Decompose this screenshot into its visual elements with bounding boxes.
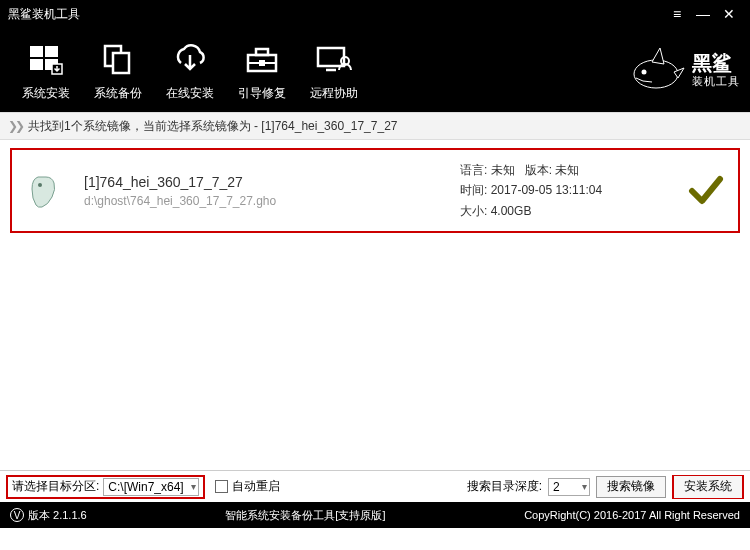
partition-group: 请选择目标分区: C:\[Win7_x64] bbox=[6, 475, 205, 499]
cloud-download-icon bbox=[154, 39, 226, 81]
footer: V 版本 2.1.1.6 智能系统安装备份工具[支持原版] CopyRight(… bbox=[0, 502, 750, 528]
svg-rect-10 bbox=[259, 60, 265, 66]
auto-restart-checkbox[interactable]: 自动重启 bbox=[215, 478, 280, 495]
image-item[interactable]: [1]764_hei_360_17_7_27 d:\ghost\764_hei_… bbox=[10, 148, 740, 233]
title-bar: 黑鲨装机工具 ≡ — ✕ bbox=[0, 0, 750, 28]
search-image-button[interactable]: 搜索镜像 bbox=[596, 476, 666, 498]
copy-icon bbox=[82, 39, 154, 81]
image-meta: 语言: 未知 版本: 未知 时间: 2017-09-05 13:11:04 大小… bbox=[460, 160, 670, 221]
depth-select[interactable]: 2 bbox=[548, 478, 590, 496]
brand-name: 黑鲨 bbox=[692, 52, 740, 74]
tool-label: 系统备份 bbox=[82, 85, 154, 102]
footer-center: 智能系统安装备份工具[支持原版] bbox=[87, 508, 524, 523]
svg-rect-8 bbox=[256, 49, 268, 55]
svg-rect-1 bbox=[45, 46, 58, 57]
tool-label: 远程协助 bbox=[298, 85, 370, 102]
image-main: [1]764_hei_360_17_7_27 d:\ghost\764_hei_… bbox=[84, 174, 442, 208]
remote-icon bbox=[298, 39, 370, 81]
image-title: [1]764_hei_360_17_7_27 bbox=[84, 174, 442, 190]
toolbar: 系统安装 系统备份 在线安装 引导修复 远程协助 黑鲨 装机工具 bbox=[0, 28, 750, 112]
version-label: 版本 bbox=[28, 508, 50, 523]
install-group: 安装系统 bbox=[672, 475, 744, 499]
version-number: 2.1.1.6 bbox=[53, 509, 87, 521]
tool-system-backup[interactable]: 系统备份 bbox=[82, 39, 154, 102]
tool-label: 系统安装 bbox=[10, 85, 82, 102]
tool-system-install[interactable]: 系统安装 bbox=[10, 39, 82, 102]
image-path: d:\ghost\764_hei_360_17_7_27.gho bbox=[84, 194, 442, 208]
close-icon[interactable]: ✕ bbox=[716, 6, 742, 22]
menu-icon[interactable]: ≡ bbox=[664, 6, 690, 22]
svg-rect-2 bbox=[30, 59, 43, 70]
window-title: 黑鲨装机工具 bbox=[8, 6, 664, 23]
brand-sub: 装机工具 bbox=[692, 74, 740, 89]
minimize-icon[interactable]: — bbox=[690, 6, 716, 22]
status-line: ❯❯ 共找到1个系统镜像，当前选择系统镜像为 - [1]764_hei_360_… bbox=[0, 112, 750, 140]
tool-label: 在线安装 bbox=[154, 85, 226, 102]
partition-select[interactable]: C:\[Win7_x64] bbox=[103, 478, 198, 496]
ghost-icon bbox=[26, 171, 66, 211]
depth-label: 搜索目录深度: bbox=[467, 478, 542, 495]
svg-point-15 bbox=[642, 70, 647, 75]
status-text: 共找到1个系统镜像，当前选择系统镜像为 - [1]764_hei_360_17_… bbox=[28, 118, 397, 135]
windows-install-icon bbox=[10, 39, 82, 81]
bottom-bar: 请选择目标分区: C:\[Win7_x64] 自动重启 搜索目录深度: 2 搜索… bbox=[0, 470, 750, 502]
auto-restart-label: 自动重启 bbox=[232, 478, 280, 495]
toolbox-icon bbox=[226, 39, 298, 81]
checkbox-icon bbox=[215, 480, 228, 493]
install-system-button[interactable]: 安装系统 bbox=[674, 476, 742, 498]
shark-icon bbox=[630, 44, 686, 96]
partition-label: 请选择目标分区: bbox=[12, 478, 99, 495]
tool-label: 引导修复 bbox=[226, 85, 298, 102]
tool-remote-assist[interactable]: 远程协助 bbox=[298, 39, 370, 102]
image-list: [1]764_hei_360_17_7_27 d:\ghost\764_hei_… bbox=[0, 140, 750, 470]
svg-point-16 bbox=[38, 183, 42, 187]
tool-online-install[interactable]: 在线安装 bbox=[154, 39, 226, 102]
tool-boot-repair[interactable]: 引导修复 bbox=[226, 39, 298, 102]
svg-rect-6 bbox=[113, 53, 129, 73]
copyright: CopyRight(C) 2016-2017 All Right Reserve… bbox=[524, 509, 740, 521]
version-icon: V bbox=[10, 508, 24, 522]
svg-rect-11 bbox=[318, 48, 344, 66]
check-icon bbox=[688, 173, 724, 209]
svg-point-14 bbox=[634, 60, 678, 88]
svg-rect-0 bbox=[30, 46, 43, 57]
brand-logo: 黑鲨 装机工具 bbox=[630, 44, 740, 96]
chevron-right-icon: ❯❯ bbox=[8, 119, 22, 133]
